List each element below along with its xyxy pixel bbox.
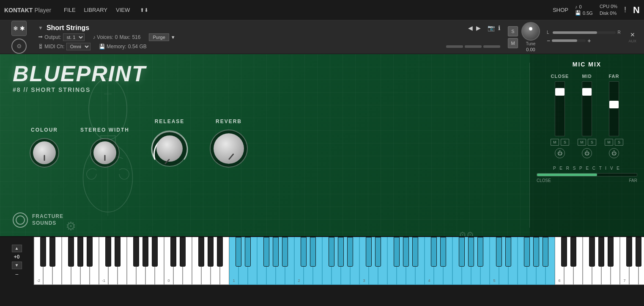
close-fader-handle[interactable] — [555, 88, 565, 96]
black-key[interactable] — [589, 237, 595, 267]
black-key[interactable] — [329, 237, 334, 267]
colour-knob[interactable] — [30, 138, 59, 168]
black-key[interactable] — [459, 237, 465, 267]
black-key[interactable] — [636, 237, 641, 267]
mid-m-button[interactable]: M — [578, 139, 586, 146]
close-fader-track[interactable] — [555, 81, 565, 136]
black-key[interactable] — [87, 237, 93, 267]
purge-button[interactable]: Purge — [149, 33, 169, 41]
piano-up-button[interactable]: ▲ — [12, 245, 22, 252]
vol-track[interactable] — [552, 39, 586, 42]
m-button[interactable]: M — [508, 38, 518, 48]
mid-s-button[interactable]: S — [588, 139, 596, 146]
piano-keys[interactable]: -2-1012345678 — [34, 237, 644, 285]
vol-minus[interactable]: − — [547, 37, 550, 44]
black-key[interactable] — [105, 237, 111, 267]
black-key[interactable] — [533, 237, 539, 267]
colour-knob-ring[interactable] — [30, 138, 59, 168]
black-key[interactable] — [68, 237, 74, 267]
menu-library[interactable]: LIBRARY — [84, 7, 107, 13]
l-track[interactable] — [553, 31, 616, 34]
black-key[interactable] — [40, 237, 46, 267]
far-fader-handle[interactable] — [609, 101, 619, 108]
black-key[interactable] — [496, 237, 502, 267]
close-s-button[interactable]: S — [561, 139, 569, 146]
menu-view[interactable]: VIEW — [116, 7, 130, 13]
far-s-button[interactable]: S — [615, 139, 623, 146]
menu-arrows[interactable]: ⬆⬇ — [140, 7, 148, 13]
black-key[interactable] — [412, 237, 418, 267]
black-key[interactable] — [524, 237, 530, 267]
mid-fader-track[interactable] — [582, 81, 592, 136]
reverb-knob-face[interactable] — [214, 133, 244, 164]
black-key[interactable] — [198, 237, 204, 267]
piano-down-button[interactable]: ▼ — [12, 262, 22, 269]
stereo-width-knob[interactable] — [90, 138, 120, 168]
perspective-track[interactable] — [537, 173, 637, 176]
piano-minus-button[interactable]: − — [15, 271, 18, 278]
prev-instrument-button[interactable]: ◀ — [468, 25, 473, 31]
info-button[interactable]: ℹ — [498, 25, 500, 31]
black-key[interactable] — [468, 237, 474, 267]
snowflake-button[interactable]: ❄ ✱ — [11, 21, 27, 36]
black-key[interactable] — [77, 237, 83, 267]
black-key[interactable] — [152, 237, 158, 267]
midi-select[interactable]: Omni — [66, 43, 90, 50]
black-key[interactable] — [282, 237, 288, 267]
far-fader-track[interactable] — [609, 81, 619, 136]
black-key[interactable] — [245, 237, 251, 267]
black-key[interactable] — [403, 237, 409, 267]
next-instrument-button[interactable]: ▶ — [476, 25, 481, 31]
shop-button[interactable]: SHOP — [553, 7, 568, 13]
alert-icon[interactable]: ! — [624, 6, 626, 14]
black-key[interactable] — [143, 237, 148, 267]
output-select[interactable]: st. 1 — [63, 33, 85, 41]
reverb-knob-ring[interactable] — [210, 130, 248, 168]
inst-expand-arrow[interactable]: ▼ — [38, 25, 43, 31]
black-key[interactable] — [394, 237, 400, 267]
black-key[interactable] — [431, 237, 437, 267]
colour-knob-face[interactable] — [33, 141, 56, 164]
black-key[interactable] — [170, 237, 176, 267]
stereo-width-knob-ring[interactable] — [90, 138, 120, 168]
black-key[interactable] — [180, 237, 186, 267]
black-key[interactable] — [133, 237, 139, 267]
far-power-button[interactable]: ⏻ — [609, 148, 619, 158]
black-key[interactable] — [49, 237, 55, 267]
black-key[interactable] — [626, 237, 632, 267]
mid-fader-handle[interactable] — [582, 88, 592, 96]
black-key[interactable] — [543, 237, 548, 267]
mid-power-button[interactable]: ⏻ — [582, 148, 592, 158]
menu-file[interactable]: FILE — [64, 7, 75, 13]
black-key[interactable] — [440, 237, 446, 267]
black-key[interactable] — [338, 237, 344, 267]
camera-button[interactable]: 📷 — [488, 25, 495, 31]
black-key[interactable] — [477, 237, 483, 267]
close-m-button[interactable]: M — [551, 139, 559, 146]
black-key[interactable] — [236, 237, 241, 267]
reverb-knob[interactable] — [210, 130, 248, 168]
black-key[interactable] — [273, 237, 279, 267]
release-knob-face-wrapper[interactable] — [156, 135, 183, 162]
black-key[interactable] — [115, 237, 121, 267]
black-key[interactable] — [263, 237, 269, 267]
black-key[interactable] — [570, 237, 576, 267]
gear-circle[interactable]: ⚙ — [11, 39, 27, 54]
s-button[interactable]: S — [508, 26, 518, 36]
black-key[interactable] — [217, 237, 223, 267]
close-power-button[interactable]: ⏻ — [555, 148, 565, 158]
stereo-width-knob-face[interactable] — [93, 141, 116, 164]
black-key[interactable] — [505, 237, 511, 267]
tune-knob[interactable] — [521, 22, 540, 41]
black-key[interactable] — [301, 237, 307, 267]
close-button[interactable]: ✕ — [630, 31, 635, 38]
black-key[interactable] — [208, 237, 214, 267]
purge-arrow[interactable]: ▼ — [171, 35, 175, 40]
black-key[interactable] — [310, 237, 316, 267]
black-key[interactable] — [366, 237, 372, 267]
black-key[interactable] — [347, 237, 353, 267]
black-key[interactable] — [561, 237, 567, 267]
release-knob-container[interactable] — [151, 130, 189, 168]
black-key[interactable] — [598, 237, 604, 267]
vol-plus[interactable]: + — [587, 37, 591, 44]
